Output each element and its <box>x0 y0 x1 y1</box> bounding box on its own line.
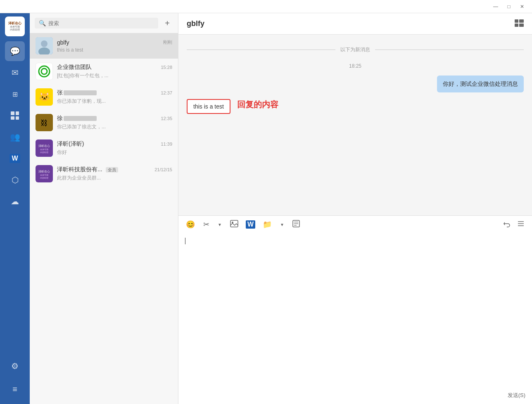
nav-item-org[interactable]: 👥 <box>5 127 25 147</box>
chat-header-icons <box>515 19 524 28</box>
message-bubble-sent: 你好，测试企业微信处理消息 <box>437 76 524 92</box>
chat-header: gblfy <box>178 13 532 35</box>
nav-item-cloud[interactable]: ☁ <box>5 191 25 211</box>
doc-w-icon: W <box>10 154 20 163</box>
chat-item-zhang-name: 张 <box>57 89 97 97</box>
nav-item-calendar[interactable]: ⊞ <box>5 84 25 104</box>
note-button[interactable] <box>292 219 301 230</box>
svg-text:泽昕在心: 泽昕在心 <box>38 144 50 147</box>
search-input-wrap[interactable]: 🔍 <box>35 18 158 28</box>
quote-reply-icon[interactable] <box>502 219 511 230</box>
avatar-ze: 泽昕在心 未来可期 内容助理 <box>36 139 53 157</box>
chat-item-enterprise[interactable]: 企业微信团队 15:28 [红包]你有一个红包，... <box>30 59 178 84</box>
chat-item-enterprise-info: 企业微信团队 15:28 [红包]你有一个红包，... <box>57 64 172 79</box>
menu-icon: ≡ <box>12 385 17 394</box>
maximize-button[interactable]: □ <box>502 1 515 12</box>
nav-item-menu[interactable]: ≡ <box>5 379 25 399</box>
chat-item-zetech-preview: 此群为企业全员群... <box>57 175 172 182</box>
message-input[interactable] <box>185 237 525 389</box>
chat-list: gblfy 刚刚 this is a test <box>30 33 178 404</box>
avatar-zhang: 🐱 <box>36 88 53 106</box>
chat-item-gblfy-time: 刚刚 <box>163 39 172 45</box>
reply-content-text: 回复的内容 <box>237 99 278 110</box>
svg-text:未来可期: 未来可期 <box>40 148 48 151</box>
folder-button[interactable]: 📁 <box>262 219 273 230</box>
close-button[interactable]: ✕ <box>515 1 529 12</box>
cut-button[interactable]: ✂ <box>202 219 210 230</box>
title-bar: — □ ✕ <box>0 0 532 13</box>
search-input[interactable] <box>48 20 154 26</box>
org-icon: 👥 <box>10 132 20 142</box>
chat-title: gblfy <box>187 19 204 28</box>
svg-text:内容助理: 内容助理 <box>40 177 48 179</box>
contact-panel: 🔍 + gbl <box>30 13 178 404</box>
chat-item-ze-preview: 你好 <box>57 149 172 156</box>
svg-rect-20 <box>519 24 524 27</box>
chat-item-ze[interactable]: 泽昕在心 未来可期 内容助理 泽昕(泽昕) 11:39 你好 <box>30 135 178 161</box>
cut-arrow-icon: ▼ <box>217 222 223 228</box>
reply-quoted-text: this is a test <box>193 103 224 110</box>
chat-item-xu-time: 12:35 <box>161 116 172 121</box>
word-doc-button[interactable]: W <box>246 220 255 229</box>
chat-item-enterprise-time: 15:28 <box>161 65 172 70</box>
message-row-sent: 你好，测试企业微信处理消息 <box>187 76 524 92</box>
nav-item-settings[interactable]: ⚙ <box>5 356 25 376</box>
svg-text:未来可期: 未来可期 <box>40 174 48 176</box>
image-button[interactable] <box>229 219 239 230</box>
chat-item-zhang-preview: 你已添加了张豹，现... <box>57 98 172 105</box>
nav-item-apps[interactable] <box>5 106 25 125</box>
svg-point-1 <box>41 40 48 47</box>
chat-item-zetech-name: 泽昕科技股份有... 全员 <box>57 166 118 173</box>
nav-item-tools[interactable]: ⬡ <box>5 170 25 190</box>
chat-item-zetech-info: 泽昕科技股份有... 全员 21/12/15 此群为企业全员群... <box>57 166 172 182</box>
nav-item-chat[interactable]: 💬 <box>5 41 25 61</box>
chat-item-xu[interactable]: ⛓ 徐 12:35 你已添加了徐志文，... <box>30 110 178 135</box>
emoji-button[interactable]: 😊 <box>185 219 196 230</box>
chat-item-zetech[interactable]: 泽昕在心 未来可期 内容助理 泽昕科技股份有... 全员 21/12/15 <box>30 161 178 187</box>
chat-item-xu-name: 徐 <box>57 115 97 122</box>
mail-icon: ✉ <box>12 68 19 78</box>
chat-item-gblfy-preview: this is a test <box>57 47 172 53</box>
chat-item-xu-info: 徐 12:35 你已添加了徐志文，... <box>57 115 172 130</box>
minimize-button[interactable]: — <box>489 1 502 12</box>
avatar-gblfy <box>36 37 53 54</box>
svg-rect-21 <box>230 220 238 227</box>
sidebar-nav: 泽昕在心 未来可期 内容助理 💬 ✉ ⊞ <box>0 13 30 404</box>
svg-rect-18 <box>519 19 524 23</box>
search-bar: 🔍 + <box>30 13 178 33</box>
svg-point-3 <box>39 66 50 77</box>
svg-rect-17 <box>515 19 518 23</box>
avatar-zetech: 泽昕在心 未来可期 内容助理 <box>36 165 53 182</box>
svg-point-4 <box>41 69 47 74</box>
chat-item-xu-preview: 你已添加了徐志文，... <box>57 123 172 130</box>
message-timestamp: 18:25 <box>187 63 524 69</box>
nav-item-mail[interactable]: ✉ <box>5 63 25 83</box>
toolbar-right <box>502 219 525 230</box>
add-contact-button[interactable]: + <box>162 17 173 29</box>
split-view-icon[interactable] <box>515 19 524 28</box>
chat-item-ze-time: 11:39 <box>161 142 172 146</box>
app-logo: 泽昕在心 未来可期 内容助理 <box>5 17 25 36</box>
messages-area: 以下为新消息 18:25 你好，测试企业微信处理消息 this is a tes… <box>178 35 532 215</box>
chat-item-ze-name: 泽昕(泽昕) <box>57 140 84 148</box>
chat-item-gblfy-name: gblfy <box>57 39 69 46</box>
settings-icon: ⚙ <box>11 361 19 371</box>
tools-icon: ⬡ <box>12 175 19 185</box>
svg-text:泽昕在心: 泽昕在心 <box>38 170 50 173</box>
grid-icon <box>11 111 19 120</box>
chat-item-enterprise-preview: [红包]你有一个红包，... <box>57 72 172 79</box>
send-button[interactable]: 发送(S) <box>508 392 525 399</box>
reply-message-row: this is a test 回复的内容 <box>187 99 524 114</box>
chat-item-zetech-time: 21/12/15 <box>154 167 172 172</box>
chat-item-gblfy-info: gblfy 刚刚 this is a test <box>57 39 172 53</box>
chat-item-zhang[interactable]: 🐱 张 12:37 你已添加了张豹，现... <box>30 84 178 110</box>
chat-item-gblfy[interactable]: gblfy 刚刚 this is a test <box>30 33 178 59</box>
search-icon: 🔍 <box>39 20 46 26</box>
chat-item-ze-info: 泽昕(泽昕) 11:39 你好 <box>57 140 172 156</box>
nav-item-doc[interactable]: W <box>5 149 25 168</box>
new-message-divider: 以下为新消息 <box>187 46 524 53</box>
cloud-icon: ☁ <box>11 196 19 206</box>
svg-rect-19 <box>515 24 518 27</box>
chat-icon: 💬 <box>10 46 20 56</box>
list-icon[interactable] <box>516 219 525 230</box>
